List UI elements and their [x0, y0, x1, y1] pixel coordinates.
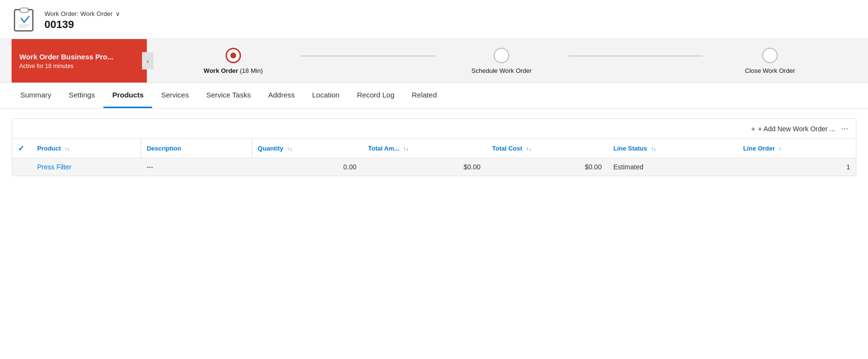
- chevron-down-icon[interactable]: ∨: [115, 10, 120, 17]
- sort-icon-line-order[interactable]: ↑: [779, 146, 782, 152]
- cell-description: ---: [141, 158, 252, 176]
- col-quantity[interactable]: Quantity ↑↓: [252, 139, 362, 158]
- tab-related[interactable]: Related: [403, 83, 446, 108]
- tab-products[interactable]: Products: [103, 83, 152, 108]
- col-total-amount-label: Total Am...: [368, 145, 399, 152]
- grid-toolbar: + + Add New Work Order ... ···: [12, 119, 856, 139]
- cell-quantity: 0.00: [252, 158, 362, 176]
- sort-icon-total-amount[interactable]: ↑↓: [403, 146, 409, 152]
- process-connector-1: [300, 55, 435, 56]
- cell-total-amount: $0.00: [362, 158, 486, 176]
- process-step-work-order[interactable]: Work Order (18 Min): [166, 48, 300, 74]
- select-all-column[interactable]: ✓: [12, 139, 31, 158]
- step-sublabel-work-order: (18 Min): [240, 67, 263, 74]
- process-steps: Work Order (18 Min) Schedule Work Order …: [147, 48, 856, 74]
- table-row: Press Filter --- 0.00 $0.00 $0.00 Estima…: [12, 158, 856, 176]
- svg-rect-2: [20, 8, 28, 12]
- tab-address[interactable]: Address: [259, 83, 303, 108]
- process-collapse-button[interactable]: ‹: [142, 52, 154, 69]
- col-description: Description: [141, 139, 252, 158]
- col-line-order[interactable]: Line Order ↑: [738, 139, 856, 158]
- sort-icon-line-status[interactable]: ↑↓: [651, 146, 656, 152]
- col-line-order-label: Line Order: [743, 145, 775, 152]
- add-new-work-order-button[interactable]: + + Add New Work Order ...: [751, 125, 835, 133]
- content-area: + + Add New Work Order ... ··· ✓ Product…: [0, 109, 868, 186]
- process-status-title: Work Order Business Pro...: [19, 53, 139, 61]
- col-line-status-label: Line Status: [613, 145, 647, 152]
- sort-icon-quantity[interactable]: ↑↓: [287, 146, 292, 152]
- process-bar: Work Order Business Pro... Active for 18…: [0, 39, 868, 83]
- record-id: 00139: [44, 18, 120, 31]
- col-total-amount[interactable]: Total Am... ↑↓: [362, 139, 486, 158]
- plus-icon: +: [751, 125, 755, 133]
- process-status-sub: Active for 18 minutes: [19, 63, 139, 69]
- step-circle-schedule: [494, 48, 509, 63]
- tab-location[interactable]: Location: [303, 83, 348, 108]
- col-description-label: Description: [147, 145, 182, 152]
- col-product[interactable]: Product ↑↓: [31, 139, 141, 158]
- col-line-status[interactable]: Line Status ↑↓: [608, 139, 738, 158]
- svg-rect-0: [14, 10, 33, 31]
- select-all-checkmark[interactable]: ✓: [18, 144, 24, 152]
- table-header-row: ✓ Product ↑↓ Description Quantity ↑↓ Tot: [12, 139, 856, 158]
- cell-total-cost: $0.00: [486, 158, 608, 176]
- add-btn-label: + Add New Work Order ...: [758, 125, 835, 133]
- work-order-icon: [12, 8, 37, 33]
- col-total-cost-label: Total Cost: [492, 145, 523, 152]
- breadcrumb[interactable]: Work Order: Work Order ∨: [44, 10, 120, 17]
- cell-product[interactable]: Press Filter: [31, 158, 141, 176]
- step-circle-close: [762, 48, 778, 63]
- process-step-schedule[interactable]: Schedule Work Order: [435, 48, 569, 74]
- col-product-label: Product: [37, 145, 61, 152]
- col-total-cost[interactable]: Total Cost ↑↓: [486, 139, 608, 158]
- header-title-group: Work Order: Work Order ∨ 00139: [44, 10, 120, 31]
- step-circle-work-order: [226, 48, 241, 63]
- tab-services[interactable]: Services: [152, 83, 198, 108]
- cell-line-order: 1: [738, 158, 856, 176]
- step-label-schedule: Schedule Work Order: [471, 67, 532, 74]
- sort-icon-total-cost[interactable]: ↑↓: [526, 146, 531, 152]
- tab-record-log[interactable]: Record Log: [348, 83, 403, 108]
- more-options-button[interactable]: ···: [841, 124, 848, 134]
- breadcrumb-text: Work Order: Work Order: [44, 10, 113, 17]
- products-table: ✓ Product ↑↓ Description Quantity ↑↓ Tot: [12, 139, 856, 176]
- sort-icon-product[interactable]: ↑↓: [65, 146, 70, 152]
- tab-summary[interactable]: Summary: [12, 83, 60, 108]
- products-grid: + + Add New Work Order ... ··· ✓ Product…: [12, 118, 856, 176]
- col-quantity-label: Quantity: [258, 145, 284, 152]
- process-status-box: Work Order Business Pro... Active for 18…: [12, 39, 147, 83]
- tabs: Summary Settings Products Services Servi…: [0, 83, 868, 109]
- step-label-work-order: Work Order: [204, 67, 238, 74]
- row-checkbox[interactable]: [12, 158, 31, 176]
- tab-service-tasks[interactable]: Service Tasks: [198, 83, 259, 108]
- process-connector-2: [569, 55, 703, 56]
- tab-settings[interactable]: Settings: [60, 83, 103, 108]
- header: Work Order: Work Order ∨ 00139: [0, 0, 868, 39]
- step-label-close: Close Work Order: [745, 67, 795, 74]
- cell-line-status: Estimated: [608, 158, 738, 176]
- process-step-close[interactable]: Close Work Order: [703, 48, 837, 74]
